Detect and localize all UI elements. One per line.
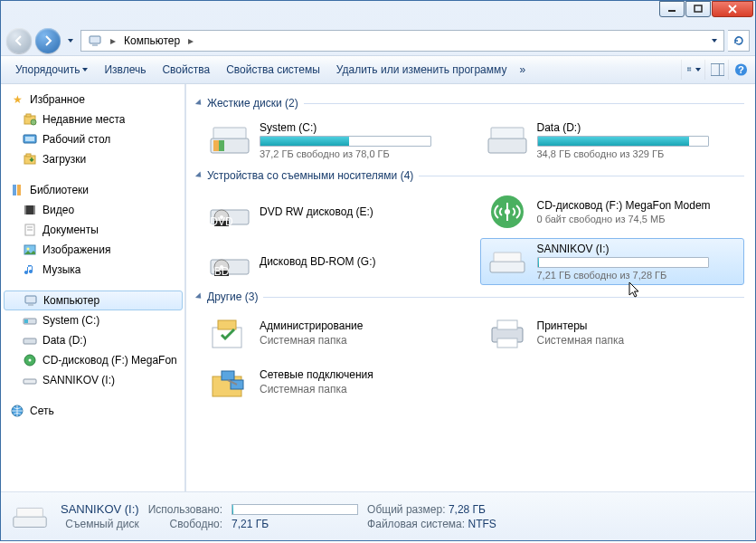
removable-drive-icon <box>487 243 528 280</box>
status-total-label: Общий размер: <box>367 503 445 516</box>
status-usage-bar <box>232 504 358 515</box>
svg-rect-1 <box>695 5 702 12</box>
sidebar-item-documents[interactable]: Документы <box>1 220 185 240</box>
drive-name: System (C:) <box>260 121 461 134</box>
svg-rect-34 <box>24 319 28 323</box>
svg-rect-46 <box>491 128 524 138</box>
network-header[interactable]: Сеть <box>1 401 185 421</box>
libraries-header[interactable]: Библиотеки <box>1 180 185 200</box>
sidebar-item-sannikov[interactable]: SANNIKOV (I:) <box>1 370 185 390</box>
folder-network-connections[interactable]: Сетевые подключения Системная папка <box>203 359 468 405</box>
minimize-button[interactable] <box>659 1 685 17</box>
drive-megafon-f[interactable]: CD-дисковод (F:) MegaFon Modem 0 байт св… <box>480 189 745 234</box>
status-free-label: Свободно: <box>148 518 222 530</box>
svg-rect-44 <box>213 128 246 138</box>
drive-system-c[interactable]: System (C:) 37,2 ГБ свободно из 78,0 ГБ <box>203 117 468 164</box>
uninstall-button[interactable]: Удалить или изменить программу <box>329 60 515 80</box>
sidebar-item-recent[interactable]: Недавние места <box>1 110 185 129</box>
star-icon: ★ <box>10 92 24 107</box>
navigation-pane: ★Избранное Недавние места Рабочий стол З… <box>1 84 186 491</box>
drive-name: SANNIKOV (I:) <box>537 243 739 255</box>
system-properties-button[interactable]: Свойства системы <box>219 60 327 80</box>
cd-icon <box>23 353 37 367</box>
explorer-window: ▸ Компьютер ▸ Упорядочить Извлечь Свойст… <box>0 0 756 541</box>
usage-bar <box>537 257 709 268</box>
close-button[interactable] <box>712 1 753 17</box>
sidebar-item-music[interactable]: Музыка <box>1 260 185 280</box>
usage-bar <box>537 136 709 147</box>
svg-rect-71 <box>17 508 43 517</box>
favorites-header[interactable]: ★Избранное <box>1 90 185 110</box>
view-mode-button[interactable] <box>681 60 701 80</box>
address-segment[interactable]: Компьютер <box>119 31 184 51</box>
folder-admin[interactable]: Администрирование Системная папка <box>203 310 468 356</box>
svg-rect-6 <box>687 67 689 69</box>
svg-rect-15 <box>26 114 31 117</box>
sidebar-item-pictures[interactable]: Изображения <box>1 240 185 260</box>
svg-rect-18 <box>25 137 34 141</box>
svg-rect-32 <box>28 304 33 306</box>
svg-rect-42 <box>213 140 219 151</box>
folder-type: Системная папка <box>260 334 461 347</box>
svg-text:?: ? <box>738 64 744 75</box>
nav-history-dropdown[interactable] <box>64 32 77 50</box>
folder-printers[interactable]: Принтеры Системная папка <box>480 310 745 356</box>
group-other-header[interactable]: Другие (3) <box>197 291 744 303</box>
eject-button[interactable]: Извлечь <box>97 60 153 80</box>
music-icon <box>23 262 37 277</box>
status-type: Съемный диск <box>61 518 139 530</box>
maximize-button[interactable] <box>685 1 711 17</box>
organize-menu[interactable]: Упорядочить <box>8 60 95 80</box>
drive-free-text: 7,21 ГБ свободно из 7,28 ГБ <box>537 270 739 281</box>
drive-icon <box>209 122 250 158</box>
sidebar-item-cd-f[interactable]: CD-дисковод (F:) MegaFon <box>1 350 185 370</box>
help-button[interactable]: ? <box>728 60 748 80</box>
forward-button[interactable] <box>35 28 61 53</box>
drive-data-d[interactable]: Data (D:) 34,8 ГБ свободно из 329 ГБ <box>480 117 745 164</box>
toolbar-overflow[interactable]: » <box>515 60 529 80</box>
svg-rect-8 <box>687 70 689 71</box>
svg-rect-21 <box>13 185 16 195</box>
folder-name: Администрирование <box>260 319 461 332</box>
address-bar[interactable]: ▸ Компьютер ▸ <box>80 30 724 52</box>
sidebar-item-system-c[interactable]: System (C:) <box>1 310 185 330</box>
status-name: SANNIKOV (I:) <box>61 502 139 516</box>
group-hdd-header[interactable]: Жесткие диски (2) <box>197 97 744 110</box>
status-fs-value: NTFS <box>468 518 496 530</box>
drive-bdrom-g[interactable]: BD Дисковод BD-ROM (G:) <box>203 238 468 285</box>
printers-icon <box>487 315 528 351</box>
svg-rect-20 <box>26 154 31 157</box>
chevron-right-icon[interactable]: ▸ <box>184 31 197 51</box>
drive-sannikov-i[interactable]: SANNIKOV (I:) 7,21 ГБ свободно из 7,28 Г… <box>480 238 745 285</box>
sidebar-item-videos[interactable]: Видео <box>1 200 185 220</box>
group-removable-header[interactable]: Устройства со съемными носителями (4) <box>197 169 744 182</box>
address-text: Компьютер <box>124 34 180 47</box>
sidebar-item-downloads[interactable]: Загрузки <box>1 149 185 169</box>
collapse-icon <box>195 292 203 300</box>
folder-type: Системная папка <box>537 334 739 347</box>
computer-header[interactable]: Компьютер <box>4 291 183 310</box>
drive-dvd-e[interactable]: DVD DVD RW дисковод (E:) <box>203 189 468 234</box>
address-dropdown[interactable] <box>707 31 722 51</box>
sidebar-item-data-d[interactable]: Data (D:) <box>1 330 185 350</box>
svg-point-16 <box>31 119 36 125</box>
svg-point-37 <box>29 359 32 362</box>
refresh-button[interactable] <box>728 30 750 52</box>
dvd-drive-icon: DVD <box>209 194 250 230</box>
status-total-value: 7,28 ГБ <box>449 503 486 516</box>
libraries-icon <box>10 183 24 197</box>
svg-rect-38 <box>24 379 36 384</box>
properties-button[interactable]: Свойства <box>155 60 217 80</box>
address-computer-icon[interactable] <box>83 31 107 51</box>
svg-text:BD: BD <box>214 265 230 278</box>
svg-rect-65 <box>497 338 517 348</box>
svg-rect-35 <box>24 338 36 344</box>
back-button[interactable] <box>6 28 32 53</box>
chevron-right-icon[interactable]: ▸ <box>107 31 119 51</box>
preview-pane-button[interactable] <box>704 60 724 80</box>
sidebar-item-desktop[interactable]: Рабочий стол <box>1 129 185 149</box>
collapse-icon <box>195 99 203 107</box>
svg-rect-22 <box>17 185 21 195</box>
usage-bar <box>260 136 431 147</box>
svg-rect-67 <box>222 371 234 380</box>
